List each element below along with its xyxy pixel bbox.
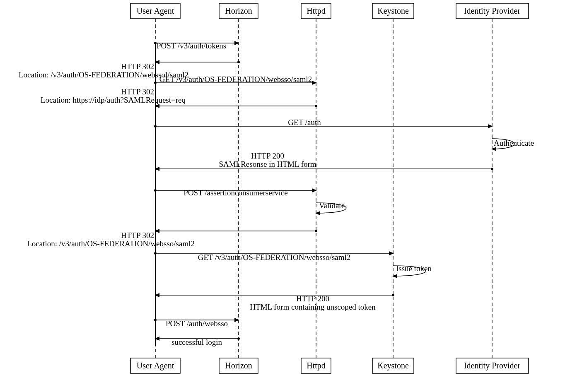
message-label: successful login [171, 338, 222, 346]
message-label: Location: /v3/auth/OS-FEDERATION/websso/… [27, 239, 195, 248]
participant-box-top-keystone: Keystone [372, 3, 414, 19]
participant-box-bottom-user-agent: User Agent [130, 358, 180, 373]
participant-box-top-user-agent: User Agent [130, 3, 180, 19]
participant-box-top-horizon: Horizon [219, 3, 258, 19]
participant-label: User Agent [137, 6, 174, 16]
message-label: GET /v3/auth/OS-FEDERATION/websso/saml2 [159, 75, 312, 84]
participant-label: Horizon [225, 6, 252, 15]
message-label: POST /v3/auth/tokens [157, 41, 226, 50]
participant-label: Horizon [225, 361, 252, 370]
message-label: SAMLResonse in HTML form [219, 160, 316, 168]
message-label: POST /assertionconsumerservice [184, 188, 287, 197]
participant-box-bottom-idp: Identity Provider [456, 358, 529, 373]
message-label: HTTP 302 [121, 62, 154, 71]
participant-box-bottom-horizon: Horizon [219, 358, 258, 373]
message-label: GET /v3/auth/OS-FEDERATION/websso/saml2 [198, 253, 351, 262]
message-label: HTTP 200 [251, 152, 284, 160]
message-label: HTTP 200 [296, 294, 329, 303]
message-label: HTTP 302 [121, 231, 154, 240]
participant-box-top-httpd: Httpd [301, 3, 331, 19]
message-label: POST /auth/websso [166, 319, 228, 328]
message-label: HTML form containing unscoped token [250, 303, 376, 311]
message-label: GET /auth [288, 118, 321, 127]
message-label: Location: https://idp/auth?SAMLRequest=r… [41, 96, 186, 104]
message-label: HTTP 302 [121, 87, 154, 96]
participant-box-top-idp: Identity Provider [456, 3, 529, 19]
participant-box-bottom-keystone: Keystone [372, 358, 414, 373]
message-label: Authenticate [494, 139, 534, 147]
participant-label: Httpd [307, 361, 326, 370]
participant-box-bottom-httpd: Httpd [301, 358, 331, 373]
participant-label: Identity Provider [464, 361, 520, 370]
message-label: Validate [319, 201, 345, 210]
participant-label: Keystone [377, 361, 409, 370]
participant-label: Httpd [307, 6, 326, 16]
message-label: Issue token [396, 264, 432, 273]
participant-label: Keystone [377, 6, 409, 16]
sequence-diagram: User Agent Horizon Httpd Keystone Identi… [0, 0, 565, 392]
participant-label: Identity Provider [464, 6, 520, 16]
participant-label: User Agent [137, 361, 174, 370]
